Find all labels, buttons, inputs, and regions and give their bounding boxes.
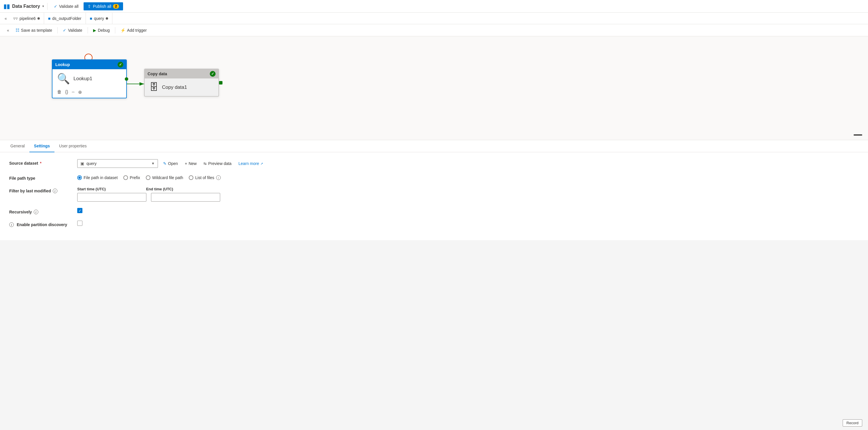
preview-label: Preview data (208, 161, 231, 166)
list-files-info-icon[interactable]: i (216, 175, 221, 180)
source-dataset-dropdown[interactable]: ▣ query ▼ (77, 159, 158, 168)
open-label: Open (168, 161, 178, 166)
radio-wildcard[interactable]: Wildcard file path (146, 175, 183, 180)
copy-check-icon: ✓ (210, 71, 216, 77)
recursively-controls: ✓ (77, 208, 859, 213)
recursively-checkbox-wrapper: ✓ (77, 208, 83, 213)
tab-pipeline6-dot (37, 17, 40, 20)
publish-all-button[interactable]: ⇧ Publish all 2 (84, 2, 123, 10)
validate-check-icon: ✓ (63, 28, 66, 33)
radio-prefix-input[interactable] (123, 175, 128, 180)
learn-more-label: Learn more (238, 161, 259, 166)
filter-last-modified-row: Filter by last modified i Start time (UT… (9, 187, 859, 202)
brand-label: Data Factory (12, 4, 40, 9)
radio-wildcard-input[interactable] (146, 175, 150, 180)
validate-all-button[interactable]: ✓ Validate all (51, 3, 81, 10)
recursively-label: Recursively i (9, 208, 73, 214)
filter-last-modified-label: Filter by last modified i (9, 187, 73, 193)
save-as-template-label: Save as template (21, 28, 52, 33)
tab-ds-outputfolder[interactable]: ■ ds_outputFolder (44, 13, 86, 24)
debug-label: Debug (98, 28, 110, 33)
time-inputs-group: Start time (UTC) End time (UTC) (77, 187, 220, 202)
source-dataset-row: Source dataset * ▣ query ▼ ✎ Open + New (9, 159, 859, 168)
copy-title: Copy data (148, 71, 167, 76)
lookup-title: Lookup (55, 62, 70, 67)
end-time-label: End time (UTC) (146, 187, 173, 191)
recursively-checkbox[interactable]: ✓ (77, 208, 83, 213)
file-path-type-controls: File path in dataset Prefix Wildcard fil… (77, 174, 859, 180)
lookup-node-header: Lookup ✓ (53, 60, 126, 69)
radio-filepath-dataset-input[interactable] (77, 175, 82, 180)
partition-checkbox[interactable] (77, 221, 83, 226)
tab-bar-chevron[interactable]: « (2, 16, 9, 21)
copy-icon[interactable]: ⎓ (72, 89, 75, 95)
tab-query-dot (106, 17, 108, 20)
filter-controls: Start time (UTC) End time (UTC) (77, 187, 859, 202)
tab-user-properties-label: User properties (59, 144, 87, 148)
radio-list-files-input[interactable] (189, 175, 193, 180)
brand: ▮▮ Data Factory ▾ (3, 3, 44, 10)
validate-icon: ✓ (54, 4, 57, 9)
tab-pipeline6[interactable]: ▿▿ pipeline6 (9, 13, 44, 24)
tab-user-properties[interactable]: User properties (55, 140, 91, 152)
new-button[interactable]: + New (183, 160, 198, 167)
external-link-icon: ➚ (260, 162, 263, 166)
open-button[interactable]: ✎ Open (161, 160, 180, 167)
toolbar-divider-2 (88, 27, 88, 33)
time-labels-row: Start time (UTC) End time (UTC) (77, 187, 220, 191)
tab-settings-label: Settings (34, 144, 50, 148)
tab-query[interactable]: ■ query (86, 13, 113, 24)
end-time-input[interactable] (151, 193, 220, 202)
copy-data-node[interactable]: Copy data ✓ 🗄 Copy data1 (144, 69, 219, 96)
partition-info-icon[interactable]: i (9, 222, 14, 227)
validate-all-label: Validate all (59, 4, 79, 9)
partition-checkbox-wrapper (77, 221, 83, 226)
radio-filepath-dataset-label: File path in dataset (84, 175, 118, 180)
divider-1 (47, 3, 48, 10)
debug-button[interactable]: ▶ Debug (90, 27, 113, 34)
delete-icon[interactable]: 🗑 (57, 89, 62, 95)
source-dataset-label: Source dataset * (9, 159, 73, 166)
toolbar: « ☷ Save as template ✓ Validate ▶ Debug … (0, 24, 868, 36)
save-template-icon: ☷ (16, 28, 19, 33)
toolbar-divider-1 (57, 27, 58, 33)
add-trigger-label: Add trigger (127, 28, 147, 33)
radio-prefix-label: Prefix (130, 175, 140, 180)
start-time-input[interactable] (77, 193, 146, 202)
tab-ds-label: ds_outputFolder (52, 16, 81, 21)
minimize-button[interactable] (854, 134, 862, 136)
toolbar-chevron[interactable]: « (5, 28, 11, 33)
recursively-info-icon[interactable]: i (34, 210, 38, 214)
lookup-node[interactable]: Lookup ✓ 🔍 Lookup1 🗑 {} ⎓ ⊕ (52, 59, 127, 98)
preview-data-button[interactable]: ⇆ Preview data (202, 160, 233, 167)
tab-settings[interactable]: Settings (29, 140, 55, 152)
dataset-dropdown-icon: ▣ (81, 161, 84, 166)
panel-tabs: General Settings User properties (0, 140, 868, 152)
lookup-icon: 🔍 (57, 73, 70, 85)
add-output-icon[interactable]: ⊕ (78, 89, 82, 95)
radio-list-files[interactable]: List of files i (189, 175, 220, 180)
code-icon[interactable]: {} (65, 89, 68, 95)
publish-all-label: Publish all (93, 4, 111, 9)
radio-prefix[interactable]: Prefix (123, 175, 140, 180)
copy-label: Copy data1 (162, 85, 187, 90)
save-as-template-button[interactable]: ☷ Save as template (13, 27, 55, 34)
validate-button[interactable]: ✓ Validate (60, 27, 85, 34)
tab-query-label: query (94, 16, 104, 21)
tab-bar: « ▿▿ pipeline6 ■ ds_outputFolder ■ query (0, 13, 868, 24)
radio-list-files-label: List of files (195, 175, 214, 180)
required-star: * (40, 161, 41, 166)
tab-general[interactable]: General (6, 140, 29, 152)
canvas: Lookup ✓ 🔍 Lookup1 🗑 {} ⎓ ⊕ Copy data ✓ (0, 36, 868, 140)
radio-wildcard-label: Wildcard file path (152, 175, 183, 180)
copy-data-icon: 🗄 (149, 82, 158, 92)
add-trigger-button[interactable]: ⚡ Add trigger (118, 27, 150, 34)
radio-filepath-dataset[interactable]: File path in dataset (77, 175, 118, 180)
recursively-row: Recursively i ✓ (9, 208, 859, 214)
learn-more-button[interactable]: Learn more ➚ (237, 160, 265, 167)
file-path-type-label: File path type (9, 174, 73, 180)
filter-info-icon[interactable]: i (53, 189, 57, 193)
publish-icon: ⇧ (88, 4, 91, 9)
brand-chevron[interactable]: ▾ (42, 5, 44, 8)
dropdown-chevron-icon: ▼ (151, 162, 155, 166)
